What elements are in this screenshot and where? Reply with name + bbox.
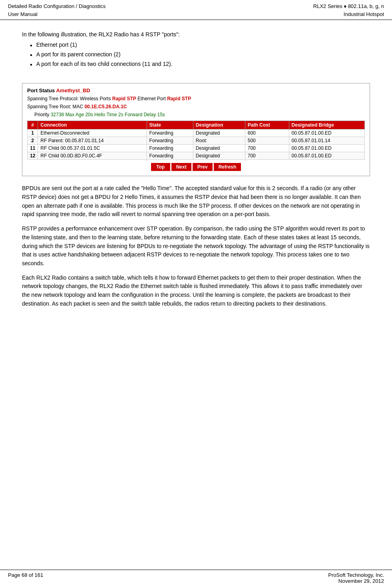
col-header-state: State xyxy=(147,121,193,129)
prev-button[interactable]: Prev xyxy=(193,163,213,171)
stp-line2: Spanning Tree Root: MAC 00.1E.C5.26.DA.1… xyxy=(27,103,365,110)
port-table: # Connection State Designation Path Cost… xyxy=(27,121,365,160)
header-right: RLX2 Series ♦ 802.11a, b, g, n Industria… xyxy=(313,2,384,18)
table-row: 1Ethernet-DisconnectedForwardingDesignat… xyxy=(28,129,365,137)
port-status-header: Port Status Amethyst_BD xyxy=(27,87,365,93)
header-title: Detailed Radio Configuration / Diagnosti… xyxy=(8,2,105,10)
col-header-pathcost: Path Cost xyxy=(245,121,289,129)
list-item: A port for each of its two child connect… xyxy=(30,61,370,69)
table-row: 2RF Parent: 00.05.87.01.01.14ForwardingR… xyxy=(28,137,365,145)
col-header-bridge: Designated Bridge xyxy=(289,121,364,129)
footer: Page 68 of 161 ProSoft Technology, Inc. … xyxy=(0,570,392,586)
rstp-label-2: Rapid STP xyxy=(167,96,191,101)
paragraph-1: BPDUs are sent out the port at a rate ca… xyxy=(22,184,370,219)
table-row: 12RF Child 00.0D.8D.F0.0C.4FForwardingDe… xyxy=(28,152,365,160)
main-content: In the following illustration, the RLX2 … xyxy=(0,20,392,322)
list-item: Ethernet port (1) xyxy=(30,42,370,50)
table-row: 11RF Child 00.05.37.01.01.5CForwardingDe… xyxy=(28,145,365,152)
stp-priority-line: Priority 32738 Max Age 20s Hello Time 2s… xyxy=(34,111,365,118)
next-button[interactable]: Next xyxy=(171,163,191,171)
paragraph-3: Each RLX2 Radio contains a switch table,… xyxy=(22,274,370,308)
header-product: RLX2 Series ♦ 802.11a, b, g, n xyxy=(313,2,384,10)
table-buttons: Top Next Prev Refresh xyxy=(27,163,365,171)
stp-line1: Spanning Tree Protocol: Wireless Ports R… xyxy=(27,95,365,102)
bullet-list: Ethernet port (1) A port for its parent … xyxy=(30,42,370,69)
header: Detailed Radio Configuration / Diagnosti… xyxy=(0,0,392,20)
col-header-num: # xyxy=(28,121,38,129)
rstp-label-1: Rapid STP xyxy=(112,96,136,101)
mac-address: 00.1E.C5.26.DA.1C xyxy=(84,104,127,109)
footer-page: Page 68 of 161 xyxy=(8,572,43,584)
device-name: Amethyst_BD xyxy=(56,87,90,93)
header-left: Detailed Radio Configuration / Diagnosti… xyxy=(8,2,105,18)
intro-paragraph: In the following illustration, the RLX2 … xyxy=(22,31,370,38)
header-subtitle: User Manual xyxy=(8,10,105,18)
col-header-connection: Connection xyxy=(38,121,147,129)
footer-company: ProSoft Technology, Inc. November 29, 20… xyxy=(328,572,384,584)
refresh-button[interactable]: Refresh xyxy=(214,163,241,171)
list-item: A port for its parent connection (2) xyxy=(30,51,370,60)
col-header-designation: Designation xyxy=(193,121,245,129)
stp-priority-values: 32738 Max Age 20s Hello Time 2s Forward … xyxy=(51,112,165,117)
paragraph-2: RSTP provides a performance enhancement … xyxy=(22,224,370,268)
screenshot-container: Port Status Amethyst_BD Spanning Tree Pr… xyxy=(22,83,370,176)
top-button[interactable]: Top xyxy=(151,163,170,171)
table-header-row: # Connection State Designation Path Cost… xyxy=(28,121,365,129)
header-edition: Industrial Hotspot xyxy=(313,10,384,18)
